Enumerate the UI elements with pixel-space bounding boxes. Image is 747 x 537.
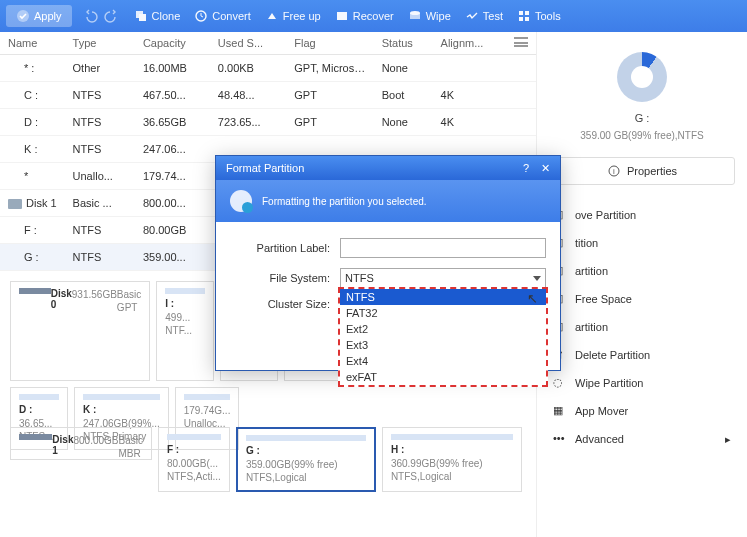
undo-redo-group [78, 9, 124, 23]
convert-icon [194, 9, 208, 23]
col-status[interactable]: Status [374, 32, 433, 55]
filesystem-option[interactable]: Ext4 [340, 353, 546, 369]
svg-rect-8 [525, 11, 529, 15]
partition-label-label: Partition Label: [230, 242, 330, 254]
dialog-subtitle-bar: Formatting the partition you selected. [216, 180, 560, 222]
dialog-title: Format Partition [226, 162, 304, 174]
format-icon [230, 190, 252, 212]
disk-icon [8, 199, 22, 209]
side-menu-item[interactable]: ◫ove Partition [549, 201, 735, 229]
cluster-size-label: Cluster Size: [230, 298, 330, 310]
filesystem-option[interactable]: NTFS [340, 289, 546, 305]
col-flag[interactable]: Flag [286, 32, 373, 55]
svg-rect-6 [410, 13, 420, 19]
menu-icon: ◌ [553, 376, 567, 390]
help-icon[interactable]: ? [523, 162, 529, 175]
svg-rect-2 [139, 14, 146, 21]
properties-button[interactable]: i Properties [549, 157, 735, 185]
check-icon [16, 9, 30, 23]
dialog-subtitle: Formatting the partition you selected. [262, 196, 427, 207]
usage-pie-icon [617, 52, 667, 102]
freeup-icon [265, 9, 279, 23]
filesystem-option[interactable]: Ext3 [340, 337, 546, 353]
undo-icon[interactable] [84, 9, 98, 23]
disk-summary-card[interactable]: Disk 1800.00GBBasic MBR [10, 427, 152, 460]
partition-card[interactable]: I :499...NTF... [156, 281, 214, 381]
col-type[interactable]: Type [65, 32, 135, 55]
info-icon: i [607, 164, 621, 178]
recover-icon [335, 9, 349, 23]
disk1-row: Disk 1800.00GBBasic MBRF :80.00GB(...NTF… [0, 423, 536, 502]
chevron-down-icon [533, 276, 541, 281]
side-menu-item[interactable]: •••Advanced▸ [549, 425, 735, 453]
col-capacity[interactable]: Capacity [135, 32, 210, 55]
tools-icon [517, 9, 531, 23]
close-icon[interactable]: ✕ [541, 162, 550, 175]
wipe-button[interactable]: Wipe [404, 9, 455, 23]
toolbar: Apply Clone Convert Free up Recover Wipe… [0, 0, 747, 32]
svg-rect-4 [337, 12, 347, 20]
side-drive-label: G : [549, 112, 735, 124]
test-button[interactable]: Test [461, 9, 507, 23]
side-menu-item[interactable]: ◫Free Space [549, 285, 735, 313]
col-name[interactable]: Name [0, 32, 65, 55]
side-menu-item[interactable]: ◫artition [549, 257, 735, 285]
table-row[interactable]: D :NTFS36.65GB723.65...GPTNone4K [0, 109, 536, 136]
col-sort[interactable] [506, 32, 536, 55]
clone-icon [134, 9, 148, 23]
filesystem-option[interactable]: FAT32 [340, 305, 546, 321]
filesystem-option[interactable]: Ext2 [340, 321, 546, 337]
chevron-right-icon: ▸ [725, 433, 731, 446]
partition-label-input[interactable] [340, 238, 546, 258]
side-menu-item[interactable]: ◌Wipe Partition [549, 369, 735, 397]
partition-card[interactable]: G :359.00GB(99% free)NTFS,Logical [236, 427, 376, 492]
sort-icon [514, 37, 528, 47]
test-icon [465, 9, 479, 23]
col-used[interactable]: Used S... [210, 32, 286, 55]
side-drive-detail: 359.00 GB(99% free),NTFS [549, 130, 735, 141]
convert-button[interactable]: Convert [190, 9, 255, 23]
side-menu-item[interactable]: ◫tition [549, 229, 735, 257]
col-align[interactable]: Alignm... [433, 32, 506, 55]
tools-button[interactable]: Tools [513, 9, 565, 23]
apply-button[interactable]: Apply [6, 5, 72, 27]
clone-button[interactable]: Clone [130, 9, 185, 23]
svg-text:i: i [613, 167, 615, 176]
table-row[interactable]: * :Other16.00MB0.00KBGPT, Microsoft ...N… [0, 55, 536, 82]
table-header-row: Name Type Capacity Used S... Flag Status… [0, 32, 536, 55]
svg-rect-10 [525, 17, 529, 21]
filesystem-select[interactable]: NTFS [340, 268, 546, 288]
partition-card[interactable]: F :80.00GB(...NTFS,Acti... [158, 427, 230, 492]
freeup-button[interactable]: Free up [261, 9, 325, 23]
filesystem-label: File System: [230, 272, 330, 284]
partition-card[interactable]: H :360.99GB(99% free)NTFS,Logical [382, 427, 522, 492]
wipe-icon [408, 9, 422, 23]
table-row[interactable]: C :NTFS467.50...48.48...GPTBoot4K [0, 82, 536, 109]
format-partition-dialog: Format Partition ? ✕ Formatting the part… [215, 155, 561, 371]
filesystem-dropdown: ↖ NTFSFAT32Ext2Ext3Ext4exFAT [338, 287, 548, 387]
dialog-titlebar[interactable]: Format Partition ? ✕ [216, 156, 560, 180]
apply-label: Apply [34, 10, 62, 22]
side-menu-item[interactable]: ▦App Mover [549, 397, 735, 425]
disk-summary-card[interactable]: Disk 0931.56GBBasic GPT [10, 281, 150, 381]
svg-rect-9 [519, 17, 523, 21]
recover-button[interactable]: Recover [331, 9, 398, 23]
side-menu-item[interactable]: ◫artition [549, 313, 735, 341]
side-panel: G : 359.00 GB(99% free),NTFS i Propertie… [537, 32, 747, 537]
svg-rect-7 [519, 11, 523, 15]
menu-icon: ••• [553, 432, 567, 446]
filesystem-option[interactable]: exFAT [340, 369, 546, 385]
side-menu-item[interactable]: 🗑Delete Partition [549, 341, 735, 369]
redo-icon[interactable] [104, 9, 118, 23]
menu-icon: ▦ [553, 404, 567, 418]
